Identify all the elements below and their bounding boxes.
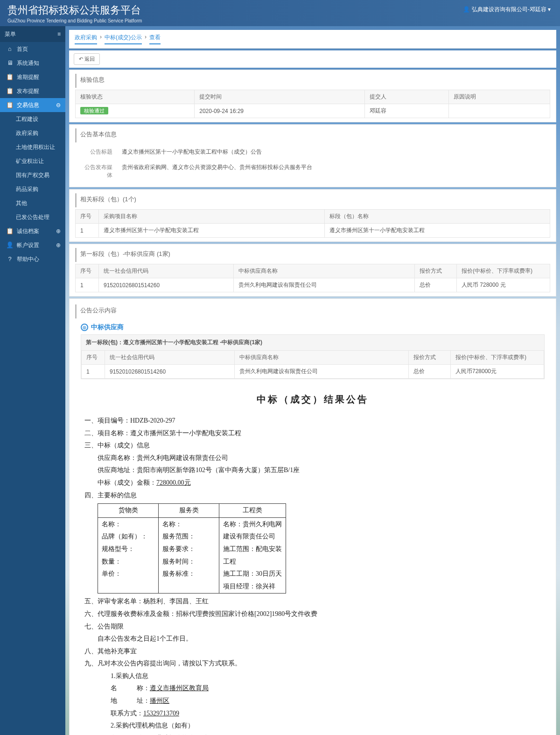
content-panel: 公告公示内容 ◎ 中标供应商 第一标段(包)：遵义市播州区第十一小学配电安装工程… [69,298,556,735]
supplier-table: 序号统一社会信用代码中标供应商名称报价方式报价(中标价、下浮率或费率) 1915… [75,264,550,292]
target-icon: ◎ [81,324,88,331]
back-bar: ↶ 返回 [69,50,556,68]
panel-title: 第一标段（包）-中标供应商 (1家) [75,248,550,262]
app-title: 贵州省招标投标公共服务平台 [7,3,142,17]
sidebar-sub-construction[interactable]: 工程建设 [0,112,65,126]
chevron-down-icon: ▾ [546,6,551,13]
clipboard-icon: 📋 [7,88,13,94]
basic-info-panel: 公告基本信息 公告标题遵义市播州区第十一小学配电安装工程中标（成交）公告 公告发… [69,124,556,187]
user-icon: 👤 [463,6,470,13]
app-subtitle: GuiZhou Province Tendering and Bidding P… [7,18,142,23]
breadcrumb-item[interactable]: 中标(成交)公示 [105,34,142,44]
verify-panel: 核验信息 核验状态 提交时间 提交人 原因说明 核验通过 2020-09-24 … [69,70,556,122]
minus-icon: ⊖ [56,98,61,112]
user-icon: 👤 [7,242,13,248]
sidebar-item-credit[interactable]: 📋诚信档案⊕ [0,224,65,238]
clipboard-icon: 📋 [7,102,13,108]
panel-title: 公告基本信息 [75,128,550,142]
announcement-body: 中标（成交）结果公告 一、项目编号：HDZB-2020-297 二、项目名称：遵… [75,383,550,735]
content-supplier-table: 序号统一社会信用代码中标供应商名称报价方式报价(中标价、下浮率或费率) 1915… [81,350,544,379]
sidebar-item-home[interactable]: ⌂首页 [0,42,65,56]
sidebar: 菜单 ≡ ⌂首页 🖥系统通知 📋逾期提醒 📋发布提醒 📋交易信息⊖ 工程建设 政… [0,26,65,735]
plus-icon: ⊕ [56,238,61,252]
sidebar-item-overdue[interactable]: 📋逾期提醒 [0,70,65,84]
supplier-heading: ◎ 中标供应商 [81,320,545,334]
table-row: 核验通过 2020-09-24 16:29 邓廷容 [76,104,550,118]
sidebar-header: 菜单 ≡ [0,26,65,42]
sidebar-sub-mining[interactable]: 矿业权出让 [0,154,65,168]
sidebar-sub-medicine[interactable]: 药品采购 [0,182,65,196]
status-badge: 核验通过 [80,107,108,114]
panel-title: 相关标段（包）(1个) [75,193,550,207]
clipboard-icon: 📋 [7,228,13,234]
sub-panel-title: 第一标段(包)：遵义市播州区第十一小学配电安装工程 -中标供应商(1家) [81,335,544,350]
sections-panel: 相关标段（包）(1个) 序号采购项目名称标段（包）名称 1遵义市播州区第十一小学… [69,189,556,242]
clipboard-icon: 📋 [7,74,13,80]
breadcrumb-item[interactable]: 政府采购 [75,34,97,44]
table-row: 1915201026801514260贵州久利电网建设有限责任公司总价人民币72… [82,365,544,379]
app-header: 贵州省招标投标公共服务平台 GuiZhou Province Tendering… [0,0,560,26]
monitor-icon: 🖥 [7,60,13,66]
sidebar-item-publish[interactable]: 📋发布提醒 [0,84,65,98]
breadcrumb-item: 查看 [149,34,161,44]
bid-amount: 728000.00元 [156,479,191,486]
sidebar-item-trade[interactable]: 📋交易信息⊖ [0,98,65,112]
plus-icon: ⊕ [56,224,61,238]
sidebar-sub-property[interactable]: 国有产权交易 [0,168,65,182]
menu-icon[interactable]: ≡ [57,26,61,42]
announcement-heading: 中标（成交）结果公告 [84,390,541,408]
sidebar-item-account[interactable]: 👤帐户设置⊕ [0,238,65,252]
main-content: 政府采购› 中标(成交)公示› 查看 ↶ 返回 核验信息 核验状态 提交时间 提… [65,26,560,735]
home-icon: ⌂ [7,46,13,52]
subject-info-table: 货物类服务类工程类 名称：品牌（如有）：规格型号：数量：单价： 名称：服务范围：… [98,503,286,594]
sections-table: 序号采购项目名称标段（包）名称 1遵义市播州区第十一小学配电安装工程遵义市播州区… [75,209,550,238]
table-row: 1915201026801514260贵州久利电网建设有限责任公司总价人民币 7… [76,278,550,292]
supplier-panel: 第一标段（包）-中标供应商 (1家) 序号统一社会信用代码中标供应商名称报价方式… [69,244,556,297]
kv-row: 公告标题遵义市播州区第十一小学配电安装工程中标（成交）公告 [75,144,550,160]
sidebar-item-notice[interactable]: 🖥系统通知 [0,56,65,70]
sub-panel: 第一标段(包)：遵义市播州区第十一小学配电安装工程 -中标供应商(1家) 序号统… [81,334,545,379]
breadcrumb: 政府采购› 中标(成交)公示› 查看 [69,30,556,49]
panel-title: 公告公示内容 [75,304,550,318]
sidebar-sub-other[interactable]: 其他 [0,196,65,210]
kv-row: 公告发布媒体贵州省政府采购网、遵义市公共资源交易中心、贵州省招标投标公共服务平台 [75,160,550,183]
panel-title: 核验信息 [75,74,550,88]
verify-table: 核验状态 提交时间 提交人 原因说明 核验通过 2020-09-24 16:29… [75,90,550,118]
sidebar-sub-gov[interactable]: 政府采购 [0,126,65,140]
sidebar-sub-published[interactable]: 已发公告处理 [0,210,65,224]
user-info[interactable]: 👤弘典建设咨询有限公司-邓廷容 ▾ [463,6,551,14]
back-button[interactable]: ↶ 返回 [74,53,100,65]
sidebar-sub-land[interactable]: 土地使用权出让 [0,140,65,154]
table-row: 1遵义市播州区第十一小学配电安装工程遵义市播州区第十一小学配电安装工程 [76,224,550,238]
help-icon: ? [7,256,13,262]
sidebar-item-help[interactable]: ?帮助中心 [0,252,65,266]
